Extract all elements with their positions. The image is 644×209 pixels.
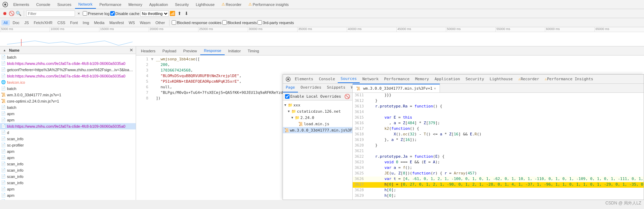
nested-tab-recorder[interactable]: ⚠Recorder <box>516 75 542 83</box>
request-item-scan-2[interactable]: 📄 scan_info <box>0 161 136 167</box>
request-item-scan-5[interactable]: 📄 scan_info <box>0 180 136 186</box>
type-all[interactable]: All <box>1 20 10 25</box>
request-item-blob-2[interactable]: 📄 blob:https://www.zhihu.com/9e1fa07a-c6… <box>0 73 136 79</box>
search-button[interactable]: 🔍 <box>15 10 22 17</box>
tab-elements[interactable]: Elements <box>10 0 33 9</box>
sub-tab-headers[interactable]: Headers <box>137 46 159 55</box>
tab-memory[interactable]: Memory <box>125 0 146 9</box>
disable-cache-checkbox[interactable] <box>110 11 115 16</box>
blocked-cookies-label[interactable]: Blocked response cookies <box>172 20 222 25</box>
request-item-apm-3[interactable]: 📄 apm <box>0 148 136 155</box>
request-item-apm-6[interactable]: 📄 apm <box>0 192 136 199</box>
sub-tab-timing[interactable]: Timing <box>244 46 263 55</box>
tree-item-2240[interactable]: ▼ 📁 2.24.0 <box>283 114 352 121</box>
clear-button[interactable]: 🚫 <box>8 10 15 17</box>
request-item-scan-3[interactable]: 📄 scan_info <box>0 167 136 173</box>
request-item-core-optimi[interactable]: 📜 core-optimi.v2.24.0.min.js?v=1 <box>0 98 136 104</box>
request-item-d[interactable]: 📄 d <box>0 129 136 136</box>
tree-item-xxx[interactable]: ▼ 📁 xxx <box>283 102 352 108</box>
nested-tab-lighthouse[interactable]: Lighthouse <box>487 75 516 83</box>
code-line-3621: 3621 <box>353 149 644 154</box>
clear-overrides-button[interactable]: 🚫 <box>344 94 350 100</box>
sub-tab-response[interactable]: Response <box>200 46 225 55</box>
nested-tab-performance[interactable]: Performance <box>381 75 412 83</box>
type-ws[interactable]: WS <box>127 20 137 25</box>
nested-tab-elements[interactable]: Elements <box>292 75 316 83</box>
sub-tab-payload[interactable]: Payload <box>159 46 180 55</box>
nested-tab-network[interactable]: Network <box>360 75 381 83</box>
third-party-label[interactable]: 3rd-party requests <box>257 20 294 25</box>
request-item-favicon[interactable]: 🌐 favicon.ico <box>0 79 136 85</box>
type-manifest[interactable]: Manifest <box>107 20 126 25</box>
preserve-log-checkbox[interactable] <box>83 11 87 16</box>
editor-tab-close[interactable]: × <box>434 87 436 90</box>
nested-tab-sources[interactable]: Sources <box>338 75 359 83</box>
disable-cache-label[interactable]: Disable cache <box>110 11 140 16</box>
blocked-cookies-cb[interactable] <box>172 20 176 25</box>
throttle-select[interactable]: No throttling <box>140 10 169 17</box>
collapse-button[interactable]: ▲ <box>1 47 8 53</box>
tab-recorder[interactable]: ⚠Recorder <box>218 0 245 9</box>
request-item-sc-profiler[interactable]: 📄 sc-profiler <box>0 142 136 148</box>
type-js[interactable]: JS <box>22 20 31 25</box>
request-item-scan-1[interactable]: 📄 scan_info <box>0 136 136 142</box>
tab-application[interactable]: Application <box>146 0 172 9</box>
enable-overrides-checkbox[interactable] <box>285 94 290 99</box>
tab-lighthouse[interactable]: Lighthouse <box>192 0 218 9</box>
download-button[interactable]: ⬇ <box>184 10 190 17</box>
nested-tab-memory[interactable]: Memory <box>412 75 432 83</box>
type-media[interactable]: Media <box>92 20 106 25</box>
nested-tab-console[interactable]: Console <box>316 75 338 83</box>
record-button[interactable]: ⏺ <box>1 10 8 17</box>
tab-console[interactable]: Console <box>33 0 54 9</box>
request-item-wm[interactable]: 📜 wm.3.0.0_33d41777.min.js?v=1 <box>0 92 136 98</box>
nested-tab-security[interactable]: Security <box>463 75 487 83</box>
enable-overrides-label[interactable]: Enable Local Overrides <box>285 94 341 99</box>
request-item-getconf[interactable]: 📄 getconf?referer=https%3A%2F%2Fwww.zhih… <box>0 67 136 73</box>
request-item-batch-1[interactable]: 📄 batch <box>0 54 136 60</box>
sub-tab-preview[interactable]: Preview <box>180 46 200 55</box>
type-css[interactable]: CSS <box>55 20 67 25</box>
request-item-apm-2[interactable]: 📄 apm <box>0 117 136 123</box>
sources-tab-snippets[interactable]: Snippets <box>324 84 348 92</box>
tab-sources[interactable]: Sources <box>54 0 75 9</box>
preserve-log-label[interactable]: Preserve log <box>83 11 110 16</box>
request-item-scan-6[interactable]: 📄 scan_info <box>0 199 136 200</box>
request-item-apm-4[interactable]: 📄 apm <box>0 155 136 161</box>
type-other[interactable]: Other <box>153 20 167 25</box>
nested-tab-perf-insights[interactable]: ⚠Performance Insights <box>542 75 596 83</box>
tab-performance[interactable]: Performance <box>96 0 125 9</box>
tree-item-loadmin[interactable]: 📜 load.min.js <box>283 121 352 127</box>
close-panel-button[interactable]: ✕ <box>128 47 134 53</box>
type-fetch-xhr[interactable]: Fetch/XHR <box>32 20 55 25</box>
blocked-requests-cb[interactable] <box>222 20 227 25</box>
request-item-scan-4[interactable]: 📄 scan_info <box>0 173 136 180</box>
sources-tab-workspace[interactable]: Workspace <box>348 84 353 92</box>
request-item-apm-5[interactable]: 📄 apm <box>0 186 136 192</box>
filter-clear[interactable]: ✕ <box>76 10 82 17</box>
tab-performance-insights[interactable]: ⚠Performance insights <box>245 0 292 9</box>
tree-item-cstaticdzun[interactable]: ▼ 📁 cstaticdzun.126.net <box>283 108 352 114</box>
tab-network[interactable]: Network <box>75 0 96 9</box>
wifi-button[interactable]: 📶 <box>170 10 176 17</box>
type-doc[interactable]: Doc <box>10 20 22 25</box>
type-font[interactable]: Font <box>68 20 80 25</box>
blocked-requests-label[interactable]: Blocked requests <box>222 20 257 25</box>
sources-tab-overrides[interactable]: Overrides <box>298 84 324 92</box>
request-item-batch-2[interactable]: 📄 batch <box>0 85 136 92</box>
nested-tab-application[interactable]: Application <box>432 75 463 83</box>
editor-tab-wm[interactable]: 📜 wm.3.0.0_33d41777.min.js%3Fv=1 × <box>353 84 440 92</box>
request-item-batch-3[interactable]: 📄 batch <box>0 104 136 111</box>
type-wasm[interactable]: Wasm <box>138 20 153 25</box>
tab-security[interactable]: Security <box>171 0 192 9</box>
request-item-blob-selected[interactable]: 📄 blob:https://www.zhihu.com/9e1fa07a-c6… <box>0 123 136 129</box>
request-item-apm-1[interactable]: 📄 apm <box>0 111 136 117</box>
upload-button[interactable]: ⬆ <box>177 10 183 17</box>
sub-tab-initiator[interactable]: Initiator <box>225 46 244 55</box>
tree-item-wm-selected[interactable]: 📜 wm.3.0.0_33d41777.min.js%3Fv=1 <box>283 127 352 133</box>
sources-tab-page[interactable]: Page <box>283 84 298 92</box>
third-party-cb[interactable] <box>257 20 262 25</box>
filter-input[interactable] <box>26 10 75 17</box>
request-item-blob-1[interactable]: 📄 blob:https://www.zhihu.com/9e1fa07a-c6… <box>0 60 136 67</box>
type-img[interactable]: Img <box>81 20 91 25</box>
